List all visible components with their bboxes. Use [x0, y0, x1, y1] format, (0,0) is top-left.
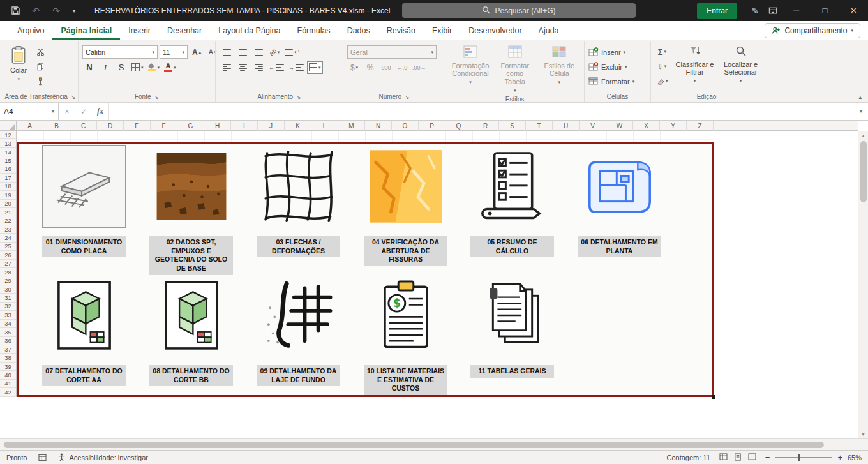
styles-button-1[interactable]: Formatação Condicional▾ [449, 43, 491, 87]
cancel-icon[interactable]: × [59, 103, 75, 120]
vertical-scrollbar[interactable]: ▲ ▼ [858, 131, 868, 438]
launch-card-8[interactable]: 08 DETALHAMENTO DO CORTE BB [149, 274, 233, 386]
row-header[interactable]: 19 [0, 191, 16, 199]
tab-desenhar[interactable]: Desenhar [159, 21, 210, 40]
font-color-button[interactable]: A▾ [163, 61, 177, 74]
tab-página-inicial[interactable]: Página Inicial [52, 21, 120, 40]
editing-button-find-select[interactable]: Localizar e Selecionar▾ [718, 43, 764, 86]
row-header[interactable]: 32 [0, 303, 16, 311]
launch-card-2[interactable]: 02 DADOS SPT, EMPUXOS E GEOTECNIA DO SOL… [149, 145, 233, 275]
launch-card-11[interactable]: 11 TABELAS GERAIS [470, 274, 554, 378]
column-header[interactable]: Q [445, 121, 472, 131]
horizontal-scrollbar[interactable] [0, 438, 868, 450]
styles-button-3[interactable]: Estilos de Célula▾ [539, 43, 581, 87]
column-header[interactable]: L [311, 121, 338, 131]
align-left-icon[interactable] [220, 61, 234, 74]
row-header[interactable]: 31 [0, 294, 16, 302]
font-family-combo[interactable]: Calibri▾ [82, 45, 158, 59]
align-middle-icon[interactable] [236, 46, 250, 59]
page-break-view-icon[interactable] [748, 453, 756, 461]
share-button[interactable]: Compartilhamento ▾ [765, 23, 860, 38]
launch-card-1[interactable]: 01 DIMENSIONAMENTO COMO PLACA [42, 145, 126, 257]
ribbon-display-options-icon[interactable] [764, 0, 782, 21]
column-header[interactable]: P [419, 121, 445, 131]
grow-font-icon[interactable]: A▴ [190, 46, 204, 59]
close-button[interactable]: × [839, 0, 868, 21]
row-header[interactable]: 13 [0, 139, 16, 147]
save-icon[interactable] [6, 0, 24, 21]
row-header[interactable]: 17 [0, 174, 16, 182]
number-format-combo[interactable]: Geral▾ [347, 45, 437, 59]
row-header[interactable]: 42 [0, 388, 16, 396]
font-size-combo[interactable]: 11▾ [160, 45, 188, 59]
tab-dados[interactable]: Dados [339, 21, 378, 40]
clear-icon[interactable]: ▾ [655, 75, 670, 87]
pen-mode-icon[interactable]: ✎ [746, 0, 764, 21]
column-header[interactable]: S [499, 121, 526, 131]
row-header[interactable]: 23 [0, 225, 16, 234]
formula-bar-expand-icon[interactable]: ▾ [854, 103, 868, 120]
row-header[interactable]: 24 [0, 234, 16, 242]
row-header[interactable]: 16 [0, 165, 16, 174]
tab-fórmulas[interactable]: Fórmulas [289, 21, 339, 40]
customize-quick-access-icon[interactable]: ▾ [68, 0, 80, 21]
insert-function-icon[interactable]: fx [92, 103, 108, 120]
column-header[interactable]: C [70, 121, 97, 131]
vertical-scroll-thumb[interactable] [860, 141, 867, 202]
row-header[interactable]: 35 [0, 328, 16, 336]
search-box[interactable]: Pesquisar (Alt+G) [402, 3, 636, 18]
tab-layout-da-página[interactable]: Layout da Página [210, 21, 288, 40]
sheet-cells[interactable]: 01 DIMENSIONAMENTO COMO PLACA02 DADOS SP… [17, 131, 714, 397]
column-header[interactable]: B [43, 121, 70, 131]
launch-card-6[interactable]: 06 DETALHAMENTO EM PLANTA [578, 145, 661, 257]
row-header[interactable]: 29 [0, 276, 16, 285]
percent-style-icon[interactable]: % [363, 61, 377, 74]
decrease-indent-icon[interactable]: ← [267, 61, 285, 74]
dialog-launcher-icon[interactable]: ↘ [296, 94, 301, 100]
column-header[interactable]: V [580, 121, 606, 131]
fill-down-icon[interactable]: ⇩▾ [655, 60, 670, 73]
row-header[interactable]: 28 [0, 268, 16, 276]
borders-button[interactable]: ▾ [130, 61, 145, 74]
column-header[interactable]: O [392, 121, 419, 131]
column-header[interactable]: K [285, 121, 311, 131]
launch-card-7[interactable]: 07 DETALHAMENTO DO CORTE AA [42, 274, 126, 386]
scroll-down-icon[interactable]: ▼ [861, 430, 865, 438]
fill-color-button[interactable]: ▾ [147, 61, 161, 74]
row-header[interactable]: 21 [0, 208, 16, 216]
comma-style-icon[interactable]: 000 [379, 61, 393, 74]
row-header[interactable]: 37 [0, 345, 16, 354]
paste-button[interactable]: Colar ▾ [6, 43, 31, 84]
zoom-slider-thumb[interactable] [798, 454, 800, 461]
page-layout-view-icon[interactable] [734, 453, 742, 462]
column-header[interactable]: N [365, 121, 392, 131]
tab-exibir[interactable]: Exibir [424, 21, 460, 40]
column-header[interactable]: J [258, 121, 285, 131]
column-header[interactable]: U [553, 121, 580, 131]
orientation-icon[interactable]: ab▾ [267, 46, 281, 59]
align-bottom-icon[interactable] [251, 46, 266, 59]
column-header[interactable]: Y [660, 121, 687, 131]
normal-view-icon[interactable] [719, 453, 728, 461]
zoom-slider[interactable] [775, 457, 832, 458]
column-header[interactable]: Z [687, 121, 714, 131]
align-right-icon[interactable] [251, 61, 266, 74]
column-header[interactable]: W [606, 121, 633, 131]
tab-inserir[interactable]: Inserir [120, 21, 159, 40]
minimize-button[interactable]: ─ [782, 0, 811, 21]
column-header[interactable]: D [97, 121, 124, 131]
tab-desenvolvedor[interactable]: Desenvolvedor [460, 21, 530, 40]
selection-handle[interactable] [712, 395, 715, 399]
column-header[interactable]: I [231, 121, 258, 131]
align-top-icon[interactable] [220, 46, 234, 59]
launch-card-10[interactable]: $10 LISTA DE MATERIAIS E ESTIMATIVA DE C… [364, 274, 447, 395]
column-header[interactable]: H [204, 121, 231, 131]
row-header[interactable]: 20 [0, 200, 16, 208]
row-header[interactable]: 41 [0, 380, 16, 388]
column-header[interactable]: T [526, 121, 553, 131]
cells-button-inserir[interactable]: Inserir▾ [588, 45, 634, 59]
select-all-corner[interactable] [0, 121, 17, 131]
styles-button-2[interactable]: Formatar como Tabela▾ [494, 43, 536, 96]
tab-ajuda[interactable]: Ajuda [530, 21, 567, 40]
dialog-launcher-icon[interactable]: ↘ [154, 94, 160, 100]
